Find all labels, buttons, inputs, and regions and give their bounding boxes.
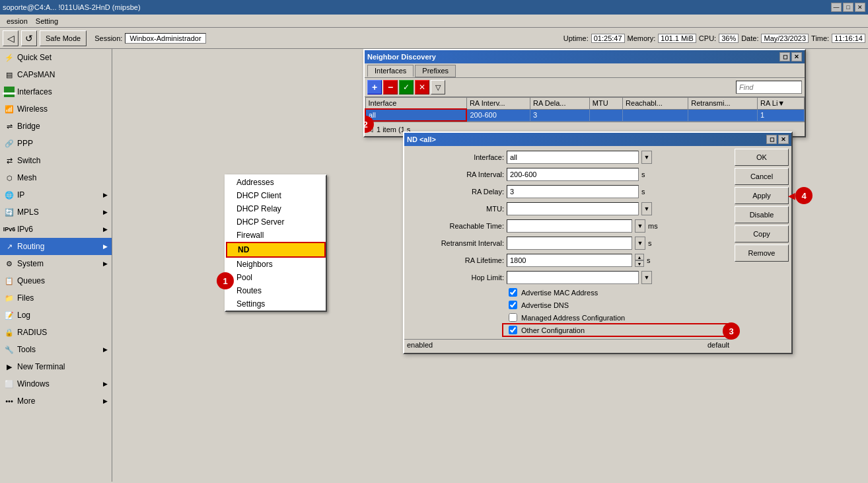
tab-prefixes[interactable]: Prefixes (415, 65, 456, 77)
cancel-btn[interactable]: Cancel (735, 168, 789, 185)
disable-btn[interactable]: Disable (735, 206, 789, 223)
sidebar-label: MPLS (17, 207, 100, 217)
cpu-value: 36% (719, 34, 739, 43)
retransmit-unit: s (648, 239, 652, 247)
sidebar-item-tools[interactable]: 🔧 Tools ▶ (0, 341, 112, 358)
maximize-btn[interactable]: □ (843, 3, 853, 12)
copy-btn[interactable]: Copy (735, 225, 789, 242)
interface-input[interactable] (507, 151, 639, 164)
context-menu-item-dhcp-client[interactable]: DHCP Client (226, 189, 326, 202)
context-menu-item-firewall[interactable]: Firewall (226, 229, 326, 242)
sidebar-item-more[interactable]: ••• More ▶ (0, 392, 112, 410)
nd-restore-btn[interactable]: ◻ (779, 52, 790, 61)
table-row[interactable]: all 200-600 3 1 (365, 109, 805, 121)
safe-mode-btn[interactable]: Safe Mode (40, 30, 87, 46)
cell-mtu (589, 109, 622, 121)
reachable-input[interactable] (507, 219, 632, 233)
context-menu-item-dhcp-server[interactable]: DHCP Server (226, 215, 326, 229)
reachable-unit: ms (648, 222, 658, 230)
add-btn[interactable]: + (367, 80, 382, 94)
nd-close-btn[interactable]: ✕ (791, 52, 802, 61)
sidebar-item-interfaces[interactable]: ▬▬ Interfaces (0, 83, 112, 100)
nd-window-title: Neighbor Discovery (367, 53, 778, 61)
sidebar-item-mpls[interactable]: 🔄 MPLS ▶ (0, 204, 112, 221)
sidebar-item-ppp[interactable]: 🔗 PPP (0, 135, 112, 152)
spinner-down[interactable]: ▼ (635, 260, 644, 267)
refresh-btn[interactable]: ↺ (21, 30, 37, 46)
advertise-mac-checkbox[interactable] (509, 288, 517, 297)
sidebar-item-quick-set[interactable]: ⚡ Quick Set (0, 49, 112, 66)
nd-table: Interface RA Interv... RA Dela... MTU Re… (365, 97, 805, 122)
interface-dropdown[interactable]: ▼ (641, 151, 652, 164)
ra-delay-input[interactable] (507, 185, 639, 198)
hop-limit-dropdown[interactable]: ▼ (641, 271, 652, 284)
retransmit-dropdown[interactable]: ▼ (635, 237, 645, 250)
ra-lifetime-input[interactable] (507, 254, 632, 267)
toolbar: ◁ ↺ Safe Mode Session: Winbox-Administra… (0, 28, 868, 49)
context-menu-item-addresses[interactable]: Addresses (226, 176, 326, 189)
nd-dialog-restore-btn[interactable]: ◻ (766, 135, 777, 144)
ra-interval-unit: s (641, 170, 645, 178)
ok-btn[interactable]: OK (735, 149, 789, 166)
sidebar-item-windows[interactable]: ⬜ Windows ▶ (0, 375, 112, 392)
back-btn[interactable]: ◁ (3, 30, 18, 46)
managed-address-checkbox[interactable] (509, 313, 517, 322)
nd-dialog: ND <all> ◻ ✕ Interface: ▼ RA Interval: (403, 131, 793, 354)
sidebar-label: Tools (17, 345, 100, 354)
annotation-1: 1 (217, 272, 234, 289)
sidebar-item-mesh[interactable]: ⬡ Mesh (0, 169, 112, 186)
apply-btn[interactable]: Apply (735, 187, 789, 204)
filter-btn[interactable]: ▽ (431, 80, 445, 94)
sidebar-item-queues[interactable]: 📋 Queues (0, 272, 112, 289)
mtu-input[interactable] (507, 202, 639, 215)
sidebar-label: Switch (17, 156, 40, 165)
ra-interval-input[interactable] (507, 168, 639, 181)
sidebar-item-new-terminal[interactable]: ▶ New Terminal (0, 358, 112, 375)
context-menu-item-routes[interactable]: Routes (226, 284, 326, 297)
sidebar-item-bridge[interactable]: ⇌ Bridge (0, 118, 112, 135)
minimize-btn[interactable]: — (831, 3, 842, 12)
reachable-dropdown[interactable]: ▼ (635, 219, 645, 233)
date-label: Date: (741, 34, 758, 42)
sidebar-item-log[interactable]: 📝 Log (0, 307, 112, 324)
sidebar-item-system[interactable]: ⚙ System ▶ (0, 255, 112, 272)
context-menu-item-settings[interactable]: Settings (226, 297, 326, 311)
other-config-checkbox[interactable] (509, 326, 517, 334)
remove-btn[interactable]: − (383, 80, 398, 94)
sidebar-item-routing[interactable]: ↗ Routing ▶ (0, 238, 112, 255)
advertise-dns-checkbox[interactable] (509, 301, 517, 309)
sidebar-item-capsman[interactable]: ▤ CAPsMAN (0, 66, 112, 83)
mtu-dropdown[interactable]: ▼ (641, 202, 652, 215)
sidebar-item-ip[interactable]: 🌐 IP ▶ (0, 186, 112, 204)
col-reachable: Reachabl... (623, 98, 688, 110)
remove-btn-dialog[interactable]: Remove (735, 244, 789, 262)
spinner-up[interactable]: ▲ (635, 254, 644, 260)
retransmit-input[interactable] (507, 237, 632, 250)
sidebar-item-wireless[interactable]: 📶 Wireless (0, 100, 112, 118)
context-menu-item-neighbors[interactable]: Neighbors (226, 258, 326, 271)
sidebar-item-files[interactable]: 📁 Files (0, 289, 112, 307)
title-bar-text: soporte@C4:A... !011UiAS-2HnD (mipsbe) (3, 3, 830, 11)
find-input[interactable] (736, 81, 802, 94)
sidebar-label: Queues (17, 276, 45, 285)
sidebar-item-switch[interactable]: ⇄ Switch (0, 152, 112, 169)
sidebar-item-radius[interactable]: 🔒 RADIUS (0, 324, 112, 341)
tab-interfaces[interactable]: Interfaces (367, 65, 414, 77)
sidebar-item-ipv6[interactable]: IPv6 IPv6 ▶ (0, 221, 112, 238)
cell-retransmit (688, 109, 758, 121)
menu-setting[interactable]: Setting (32, 16, 62, 26)
cross-btn[interactable]: ✕ (415, 80, 429, 94)
context-menu-item-pool[interactable]: Pool (226, 271, 326, 284)
context-menu-item-dhcp-relay[interactable]: DHCP Relay (226, 202, 326, 215)
sidebar-label: CAPsMAN (17, 70, 55, 79)
check-btn[interactable]: ✓ (399, 80, 414, 94)
menu-ession[interactable]: ession (3, 16, 32, 26)
context-menu-item-nd[interactable]: ND (226, 242, 326, 258)
sidebar-label: IPv6 (17, 225, 100, 234)
close-btn[interactable]: ✕ (855, 3, 865, 12)
hop-limit-input[interactable] (507, 271, 639, 284)
ra-delay-unit: s (641, 188, 645, 196)
windows-icon: ⬜ (4, 379, 15, 389)
nd-dialog-close-btn[interactable]: ✕ (778, 135, 789, 144)
nd-form: Interface: ▼ RA Interval: s RA Delay: (404, 146, 732, 353)
